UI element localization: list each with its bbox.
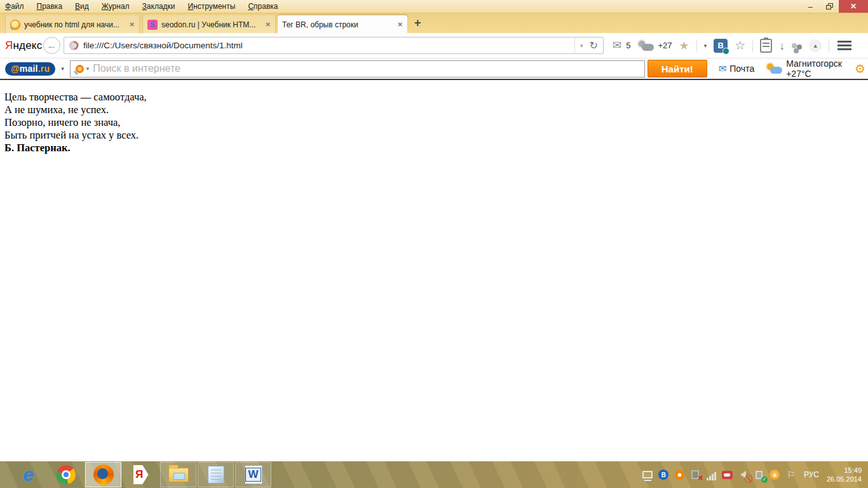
display-tray-icon[interactable] (642, 470, 653, 480)
word-icon: W (245, 465, 262, 484)
taskbar: e Я W B ▲ ⚐ РУС 15:49 26.05.2014 (0, 461, 868, 488)
menu-view[interactable]: Вид (75, 2, 89, 11)
usb-ok-tray-icon[interactable] (754, 470, 764, 480)
menu-bookmarks-accel: З (142, 2, 147, 11)
menu-history[interactable]: Журнал (102, 2, 130, 11)
gear-icon[interactable]: ⚙ (855, 62, 865, 76)
tab-title: учебник по html для начи... (24, 20, 125, 29)
tab-seodon[interactable]: S seodon.ru | Учебник HTM... ✕ (142, 15, 276, 34)
taskbar-word[interactable]: W (235, 462, 271, 487)
reload-icon[interactable]: ↻ (590, 39, 598, 51)
toolbar-icons: ✉ 5 +27 ★ ▾ B ☆ ↓ ▲ (613, 38, 857, 53)
new-tab-button[interactable]: + (414, 17, 421, 30)
menu-view-label: ид (80, 2, 89, 11)
yandex-browser-icon: Я (133, 465, 149, 484)
update-tray-icon[interactable]: ▲ (770, 470, 780, 480)
network-signal-tray-icon[interactable] (706, 470, 717, 480)
clock[interactable]: 15:49 26.05.2014 (827, 466, 862, 484)
vk-extension-icon[interactable]: B (714, 39, 728, 53)
hamburger-menu-icon[interactable] (837, 41, 851, 50)
bluetooth-tray-icon[interactable]: B (658, 470, 669, 480)
menu-file-accel: Ф (5, 2, 11, 11)
menu-file[interactable]: Файл (5, 2, 24, 11)
separator (829, 39, 829, 52)
usb-disconnected-tray-icon[interactable] (690, 470, 701, 480)
volume-muted-tray-icon[interactable] (738, 470, 749, 480)
mail-count-badge: 5 (626, 41, 630, 50)
clipboard-icon[interactable] (760, 39, 772, 53)
clock-date: 26.05.2014 (827, 475, 862, 484)
separator (696, 39, 697, 52)
menu-bookmarks[interactable]: Закладки (142, 2, 175, 11)
mailru-toolbar: @mail.ru ▾ ▾ Найти! ✉ Почта Магнитогорск… (0, 58, 868, 80)
bookmark-dropdown-icon[interactable]: ▾ (704, 43, 707, 49)
window-controls: – ✕ (801, 0, 868, 13)
city-weather-widget[interactable]: Магнитогорск +27°C (766, 58, 842, 79)
file-explorer-icon (168, 468, 189, 482)
url-dropdown-icon[interactable]: ▾ (580, 43, 583, 49)
addons-dots-icon[interactable] (792, 43, 797, 48)
url-text[interactable]: file:///C:/Users/связной/Documents/1.htm… (83, 41, 574, 50)
mailru-logo-ru: .ru (38, 64, 50, 74)
yandex-logo[interactable]: Яндекс (5, 39, 41, 52)
download-arrow-icon[interactable]: ↓ (779, 40, 785, 51)
menu-edit[interactable]: Правка (37, 2, 63, 11)
mail-label: Почта (729, 64, 754, 74)
word-letter: W (245, 468, 261, 482)
tab-strip: учебник по html для начи... ✕ S seodon.r… (0, 13, 868, 33)
mailru-logo[interactable]: @mail.ru (5, 62, 55, 76)
car-app-tray-icon[interactable] (722, 470, 733, 480)
taskbar-file-explorer[interactable] (160, 462, 196, 487)
star-outline-icon[interactable]: ☆ (735, 38, 745, 53)
menu-items: Файл Правка Вид Журнал Закладки Инструме… (0, 2, 278, 11)
internet-explorer-icon: e (23, 465, 34, 484)
bookmark-star-icon[interactable]: ★ (679, 39, 689, 53)
menu-help-accel: С (248, 2, 254, 11)
mail-envelope-icon: ✉ (719, 63, 727, 74)
poem-line: Цель творчества — самоотдача, (4, 91, 868, 104)
taskbar-internet-explorer[interactable]: e (10, 462, 46, 487)
system-tray: B ▲ ⚐ РУС 15:49 26.05.2014 (642, 466, 868, 484)
mailru-mail-link[interactable]: ✉ Почта (719, 63, 754, 74)
restore-button[interactable] (820, 0, 839, 13)
poem-line: Быть притчей на устах у всех. (4, 129, 868, 142)
back-button[interactable]: ← (43, 37, 60, 54)
close-button[interactable]: ✕ (839, 0, 868, 13)
tab-teg-br-active[interactable]: Тег BR, обрыв строки ✕ (278, 15, 407, 34)
tab-uchebnik[interactable]: учебник по html для начи... ✕ (5, 15, 140, 34)
chrome-icon (57, 465, 76, 484)
tab-close-icon[interactable]: ✕ (266, 21, 271, 28)
tab-close-icon[interactable]: ✕ (130, 21, 135, 28)
search-input[interactable] (93, 63, 644, 74)
taskbar-yandex-browser[interactable]: Я (123, 462, 159, 487)
taskbar-firefox-active[interactable] (85, 462, 121, 487)
mail-notification-icon[interactable]: ✉ (613, 39, 621, 52)
taskbar-notepad[interactable] (198, 462, 234, 487)
menu-edit-label: равка (42, 2, 62, 11)
poem-author: Б. Пастернак. (4, 142, 868, 154)
browser-window: Файл Правка Вид Журнал Закладки Инструме… (0, 0, 868, 488)
action-center-flag-icon[interactable]: ⚐ (785, 470, 796, 480)
minimize-button[interactable]: – (801, 0, 820, 13)
address-bar-buttons: ▾ ↻ (574, 37, 603, 53)
chevron-up-icon[interactable]: ▲ (809, 39, 822, 52)
menu-tools-label: нструменты (193, 2, 235, 11)
separator (752, 39, 753, 52)
menu-file-label: айл (11, 2, 24, 11)
menu-help[interactable]: Справка (248, 2, 278, 11)
language-indicator[interactable]: РУС (804, 470, 819, 479)
find-button[interactable]: Найти! (648, 60, 707, 78)
orange-app-tray-icon[interactable] (674, 470, 685, 480)
menu-tools[interactable]: Инструменты (188, 2, 236, 11)
taskbar-chrome[interactable] (48, 462, 84, 487)
tab-close-icon[interactable]: ✕ (398, 21, 403, 28)
address-bar[interactable]: file:///C:/Users/связной/Documents/1.htm… (64, 37, 604, 54)
search-magnifier-icon[interactable] (76, 65, 84, 73)
mailru-dropdown-icon[interactable]: ▾ (61, 65, 64, 72)
search-engine-dropdown-icon[interactable]: ▾ (86, 65, 90, 72)
yandex-logo-ya: Я (5, 39, 13, 51)
firefox-icon (93, 464, 114, 485)
weather-icon[interactable] (637, 41, 654, 51)
menu-bookmarks-label: акладки (147, 2, 175, 11)
weather-temp: +27 (658, 41, 672, 50)
